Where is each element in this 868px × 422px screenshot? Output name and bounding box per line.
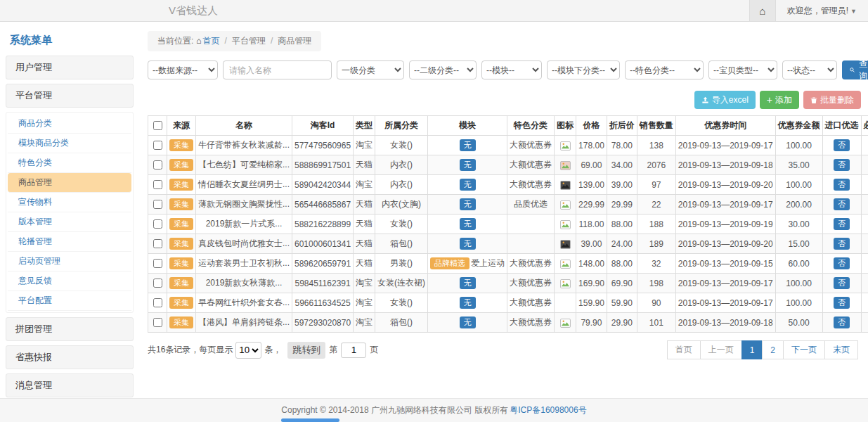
- filter-select[interactable]: --宝贝类型--: [708, 60, 777, 79]
- import-select-toggle[interactable]: 否: [834, 277, 850, 289]
- breadcrumb-home-link[interactable]: 首页: [203, 36, 220, 46]
- module-cell: 无: [428, 215, 507, 234]
- sidebar-item[interactable]: 省惠快报: [6, 345, 134, 369]
- import-select-toggle[interactable]: 否: [834, 179, 850, 191]
- row-checkbox[interactable]: [153, 239, 162, 248]
- import-select-toggle[interactable]: 否: [834, 238, 850, 250]
- filter-select[interactable]: --数据来源--: [148, 60, 218, 79]
- product-thumbnail: [560, 161, 571, 170]
- user-menu[interactable]: 欢迎您，管理员!▼: [776, 5, 868, 17]
- product-name: 运动套装男士卫衣初秋...: [196, 254, 292, 274]
- per-page-select[interactable]: 10: [235, 342, 261, 359]
- feature-category: 大额优惠券: [507, 274, 555, 293]
- feature-category: [507, 215, 555, 234]
- select-all-checkbox[interactable]: [153, 121, 162, 130]
- page-button-下一页[interactable]: 下一页: [783, 340, 825, 359]
- icon-cell: [555, 195, 576, 215]
- module-cell: 无: [428, 136, 507, 155]
- product-name: 情侣睡衣女夏丝绸男士...: [196, 175, 292, 195]
- plus-icon: +: [767, 96, 772, 103]
- search-button-label: 查询: [857, 58, 868, 82]
- product-name: 早春网红针织外套女春...: [196, 293, 292, 313]
- sidebar-subitem[interactable]: 版本管理: [8, 212, 131, 232]
- import-select-toggle[interactable]: 否: [834, 218, 850, 230]
- sidebar-subitem[interactable]: 宣传物料: [8, 193, 131, 212]
- coupon-time: 2019-09-13—2019-09-20: [675, 175, 775, 195]
- sidebar-subitem[interactable]: 平台配置: [8, 291, 131, 311]
- row-checkbox[interactable]: [153, 318, 162, 327]
- table-row: 采集【港风】单肩斜跨链条...597293020870淘宝箱包()无大额优惠券7…: [148, 313, 868, 333]
- sidebar-subitem[interactable]: 商品分类: [8, 114, 131, 134]
- filter-select[interactable]: --状态--: [782, 60, 837, 79]
- jump-page-input[interactable]: [341, 343, 366, 358]
- product-type: 天猫: [354, 155, 375, 175]
- import-select-toggle[interactable]: 否: [834, 297, 850, 309]
- row-checkbox[interactable]: [153, 160, 162, 170]
- sidebar-subitem[interactable]: 启动页管理: [8, 252, 131, 271]
- sidebar-subitem[interactable]: 意见反馈: [8, 271, 131, 291]
- row-checkbox[interactable]: [153, 298, 162, 307]
- source-badge: 采集: [169, 238, 193, 250]
- import-select-toggle[interactable]: 否: [834, 159, 850, 171]
- sidebar-item[interactable]: 平台管理: [6, 84, 134, 108]
- home-button[interactable]: ⌂: [749, 0, 776, 21]
- add-button[interactable]: + 添加: [760, 91, 799, 109]
- batch-delete-button[interactable]: 批量删除: [803, 91, 861, 109]
- icon-cell: [555, 254, 576, 274]
- product-category: 箱包(): [375, 313, 428, 333]
- jump-button[interactable]: 跳转到: [287, 342, 325, 359]
- filter-fields: --数据来源--一级分类--二级分类----模块----模块下分类----特色分…: [148, 60, 837, 79]
- sidebar-item[interactable]: 用户管理: [6, 56, 134, 79]
- row-checkbox[interactable]: [153, 200, 162, 209]
- row-checkbox[interactable]: [153, 219, 162, 229]
- filter-select[interactable]: --模块--: [481, 60, 542, 79]
- page-button-上一页[interactable]: 上一页: [700, 340, 742, 359]
- import-excel-button[interactable]: 导入excel: [694, 91, 756, 109]
- filter-select[interactable]: --特色分类--: [625, 60, 704, 79]
- name-search-input[interactable]: [223, 60, 332, 79]
- filter-select[interactable]: --二级分类--: [409, 60, 477, 79]
- sales-count: 22: [637, 195, 675, 215]
- price: 148.00: [576, 254, 607, 274]
- import-select-toggle[interactable]: 否: [834, 198, 850, 210]
- sidebar-item[interactable]: 拼团管理: [6, 317, 134, 341]
- module-none-badge: 无: [460, 238, 476, 250]
- page-button-首页[interactable]: 首页: [667, 340, 701, 359]
- icon-cell: [555, 234, 576, 254]
- row-checkbox[interactable]: [153, 259, 162, 268]
- sidebar-subitem[interactable]: 特色分类: [8, 153, 131, 173]
- filter-select[interactable]: --模块下分类--: [547, 60, 620, 79]
- column-header: 所属分类: [375, 116, 428, 136]
- source-badge: 采集: [169, 297, 193, 309]
- breadcrumb-item: 商品管理: [278, 36, 311, 46]
- sidebar-subitem[interactable]: 轮播管理: [8, 232, 131, 252]
- coupon-amount: 15.00: [775, 234, 822, 254]
- row-checkbox[interactable]: [153, 279, 162, 288]
- page-button-1[interactable]: 1: [741, 340, 763, 359]
- import-select-toggle[interactable]: 否: [834, 139, 850, 151]
- product-category: 女装(连衣裙): [375, 274, 428, 293]
- product-name: 2019新款一片式系...: [196, 215, 292, 234]
- product-category: 箱包(): [375, 234, 428, 254]
- horizontal-scrollbar-thumb[interactable]: [281, 418, 339, 422]
- page-button-末页[interactable]: 末页: [824, 340, 858, 359]
- row-select-cell: [148, 195, 167, 215]
- discount-price: 69.90: [607, 274, 637, 293]
- row-checkbox[interactable]: [153, 180, 162, 189]
- icp-link[interactable]: 粤ICP备16098006号: [510, 404, 586, 416]
- filter-select[interactable]: 一级分类: [337, 60, 404, 79]
- coupon-time: 2019-09-13—2019-09-17: [675, 293, 775, 313]
- sidebar-subitem[interactable]: 模块商品分类: [8, 134, 131, 153]
- row-checkbox[interactable]: [153, 141, 162, 150]
- product-name: 牛仔背带裤女秋装减龄...: [196, 136, 292, 155]
- coupon-time: 2019-09-13—2019-09-15: [675, 254, 775, 274]
- product-category: 内衣(): [375, 175, 428, 195]
- product-category: 女装(): [375, 215, 428, 234]
- import-select-toggle[interactable]: 否: [834, 257, 850, 269]
- coupon-amount: 35.00: [775, 155, 822, 175]
- search-button[interactable]: 查询: [842, 60, 868, 79]
- sidebar-item[interactable]: 消息管理: [6, 373, 134, 397]
- page-button-2[interactable]: 2: [762, 340, 784, 359]
- import-select-toggle[interactable]: 否: [834, 316, 850, 328]
- sidebar-subitem-active[interactable]: 商品管理: [8, 173, 131, 193]
